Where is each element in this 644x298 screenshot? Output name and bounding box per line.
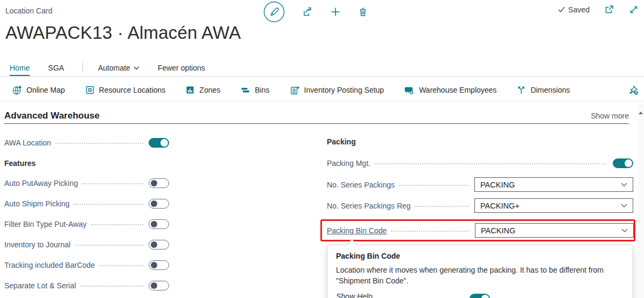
resource-locations-button[interactable]: Resource Locations bbox=[85, 85, 166, 95]
page-actions bbox=[263, 0, 368, 24]
zones-button[interactable]: Zones bbox=[185, 85, 220, 95]
plus-icon bbox=[330, 6, 341, 17]
pencil-in-circle-icon bbox=[263, 1, 285, 23]
warehouse-employees-button[interactable]: Warehouse Employees bbox=[404, 85, 496, 95]
tab-divider bbox=[82, 63, 83, 73]
document-plus-icon bbox=[290, 85, 300, 95]
unpin-icon bbox=[628, 85, 639, 95]
globe-icon bbox=[12, 85, 22, 95]
dotted-leader bbox=[55, 143, 143, 144]
open-in-new-window-button[interactable] bbox=[604, 4, 614, 15]
dotted-leader bbox=[74, 204, 143, 205]
tab-fewer-options[interactable]: Fewer options bbox=[158, 60, 205, 76]
page-title: AWAPACK13 · Almacén AWA bbox=[5, 23, 241, 43]
tab-automate[interactable]: Automate bbox=[98, 60, 139, 76]
section-advanced-warehouse: Advanced Warehouse Show more bbox=[4, 108, 629, 124]
left-field-column: AWA Location Features Auto PutAway Picki… bbox=[4, 133, 169, 291]
save-status: Saved bbox=[558, 5, 590, 14]
auto-shipm-picking-toggle[interactable] bbox=[149, 199, 169, 209]
field-tracking-included-barcode: Tracking included BarCode bbox=[4, 260, 169, 271]
chevron-down-icon bbox=[621, 183, 627, 187]
tooltip-body: Location where it moves when generating … bbox=[336, 265, 624, 287]
stacked-bins-icon bbox=[240, 85, 250, 95]
dotted-leader bbox=[91, 224, 143, 225]
no-series-packings-combobox[interactable]: PACKING bbox=[474, 177, 633, 192]
checkmark-icon bbox=[558, 6, 565, 13]
share-button[interactable] bbox=[302, 6, 313, 18]
branch-arrows-icon bbox=[516, 85, 526, 95]
field-no-series-packings-reg: No. Series Packings Reg PACKING+ bbox=[327, 198, 633, 213]
tracking-included-barcode-toggle[interactable] bbox=[149, 260, 169, 270]
field-inventory-to-journal: Inventory to Journal bbox=[4, 239, 169, 250]
trash-can-icon bbox=[358, 6, 368, 17]
field-label: AWA Location bbox=[4, 138, 51, 147]
chevron-down-icon bbox=[134, 66, 139, 70]
field-awa-location: AWA Location bbox=[4, 137, 169, 148]
separate-lot-serial-toggle[interactable] bbox=[149, 281, 169, 290]
features-heading: Features bbox=[4, 159, 169, 168]
field-no-series-packings: No. Series Packings PACKING bbox=[327, 177, 633, 192]
chevron-down-icon bbox=[621, 228, 628, 233]
field-auto-shipm-picking: Auto Shipm Picking bbox=[4, 198, 169, 209]
auto-putaway-picking-toggle[interactable] bbox=[149, 178, 169, 188]
tab-home[interactable]: Home bbox=[10, 60, 30, 76]
no-series-packings-reg-combobox[interactable]: PACKING+ bbox=[474, 198, 633, 213]
tab-sga[interactable]: SGA bbox=[48, 60, 64, 76]
awa-location-toggle[interactable] bbox=[149, 138, 169, 148]
dotted-leader bbox=[80, 286, 143, 287]
saved-label: Saved bbox=[568, 5, 590, 14]
machine-gear-icon bbox=[404, 85, 415, 95]
show-more-link[interactable]: Show more bbox=[591, 112, 629, 120]
red-highlight-box: Packing Bin Code PACKING bbox=[320, 219, 635, 241]
delete-button[interactable] bbox=[358, 6, 368, 17]
section-title: Advanced Warehouse bbox=[4, 110, 100, 121]
dotted-leader bbox=[75, 245, 143, 246]
new-button[interactable] bbox=[330, 6, 341, 17]
tooltip-title: Packing Bin Code bbox=[336, 252, 624, 260]
box-target-icon bbox=[85, 85, 95, 95]
top-action-bar: Location Card bbox=[0, 0, 644, 22]
edit-button[interactable] bbox=[263, 1, 285, 23]
inventory-to-journal-toggle[interactable] bbox=[149, 240, 169, 250]
breadcrumb-page-type: Location Card bbox=[5, 6, 52, 15]
dotted-leader bbox=[399, 185, 469, 186]
grid-chart-icon bbox=[185, 85, 195, 95]
unpin-button[interactable] bbox=[628, 85, 639, 95]
expand-diagonal-icon bbox=[629, 5, 639, 15]
action-toolbar: Online Map Resource Locations Zones bbox=[0, 79, 644, 101]
packing-heading: Packing bbox=[327, 137, 633, 146]
chevron-down-icon bbox=[621, 204, 627, 208]
vertical-scrollbar[interactable] bbox=[638, 104, 644, 298]
filter-bin-type-put-away-toggle[interactable] bbox=[149, 219, 169, 229]
field-packing-mgt: Packing Mgt. bbox=[327, 158, 633, 169]
packing-bin-code-combobox[interactable]: PACKING bbox=[475, 223, 634, 238]
bins-button[interactable]: Bins bbox=[240, 85, 269, 95]
packing-mgt-toggle[interactable] bbox=[613, 158, 633, 168]
open-in-new-window-icon bbox=[604, 4, 614, 15]
window-actions: Saved bbox=[558, 4, 639, 15]
online-map-button[interactable]: Online Map bbox=[12, 85, 65, 95]
dotted-leader bbox=[391, 231, 470, 232]
field-packing-bin-code: Packing Bin Code PACKING bbox=[327, 223, 634, 238]
right-field-column: Packing Packing Mgt. No. Series Packings… bbox=[327, 133, 633, 298]
field-separate-lot-serial: Separate Lot & Serial bbox=[4, 280, 169, 291]
ribbon-tabs: Home SGA Automate Fewer options bbox=[0, 60, 644, 77]
share-arrow-icon bbox=[302, 6, 313, 18]
inventory-posting-setup-button[interactable]: Inventory Posting Setup bbox=[290, 85, 384, 95]
expand-page-button[interactable] bbox=[629, 5, 639, 15]
dotted-leader bbox=[82, 183, 143, 184]
packing-bin-code-label-link[interactable]: Packing Bin Code bbox=[327, 226, 387, 235]
dimensions-button[interactable]: Dimensions bbox=[516, 85, 570, 95]
dotted-leader bbox=[415, 206, 469, 207]
dotted-leader bbox=[99, 265, 143, 266]
field-filter-bin-type-put-away: Filter Bin Type Put-Away bbox=[4, 219, 169, 230]
clipped-bottom-toggle[interactable] bbox=[470, 294, 490, 298]
scroll-up-arrow[interactable] bbox=[639, 112, 643, 114]
field-auto-putaway-picking: Auto PutAway Picking bbox=[4, 178, 169, 189]
field-help-tooltip: Packing Bin Code Location where it moves… bbox=[327, 245, 633, 298]
dotted-leader bbox=[375, 163, 606, 164]
